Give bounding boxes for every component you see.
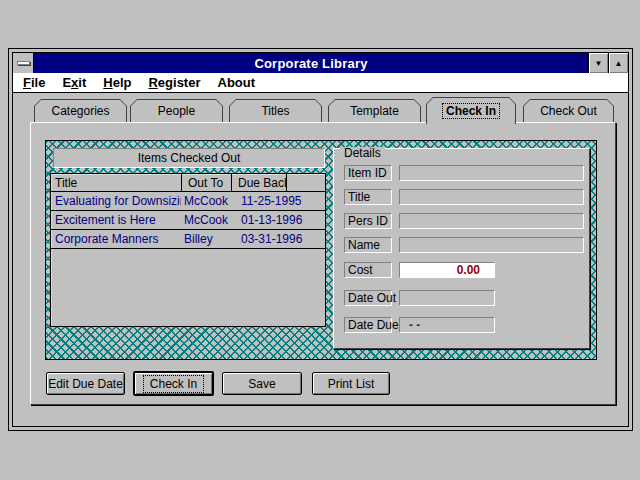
details-legend: Details [340,147,385,159]
tab-people[interactable]: People [130,99,223,122]
column-header-extra [287,174,325,191]
minimize-arrow-icon: ▼ [595,59,603,68]
check-in-button[interactable]: Check In [133,371,214,396]
save-button[interactable]: Save [222,372,302,395]
tab-label: Check Out [540,104,597,118]
menubar: File Exit Help Register About [13,73,628,93]
print-list-button[interactable]: Print List [312,372,390,395]
column-header-due-back: Due Back [232,174,287,191]
menu-item-about[interactable]: About [218,75,256,90]
field-value-date-out[interactable] [399,290,495,306]
button-label: Check In [144,376,203,392]
check-in-work-area: Items Checked Out Title Out To Due Back … [45,140,597,360]
field-pers-id: Pers ID [334,213,589,229]
cell-due-back: 01-13-1996 [241,211,321,229]
cell-out-to: Billey [184,230,239,248]
field-title: Title [334,189,589,205]
menu-item-register[interactable]: Register [148,75,200,90]
field-item-id: Item ID [334,165,589,181]
tab-check-in[interactable]: Check In [426,97,516,124]
tab-label: Categories [51,104,109,118]
button-label: Save [248,377,275,391]
table-row[interactable]: Excitement is Here McCook 01-13-1996 [51,211,325,230]
field-label-date-due: Date Due [344,317,392,333]
menu-item-file[interactable]: File [23,75,45,90]
column-header-out-to: Out To [182,174,232,191]
tab-label: Titles [261,104,289,118]
field-label-pers-id: Pers ID [344,213,392,229]
titlebar: Corporate Library ▼ ▲ [13,53,628,73]
window-title: Corporate Library [34,53,588,73]
tab-titles[interactable]: Titles [229,99,322,122]
menu-item-exit[interactable]: Exit [62,75,86,90]
table-row[interactable]: Evaluating for Downsizing McCook 11-25-1… [51,192,325,211]
cell-due-back: 11-25-1995 [241,192,321,210]
cell-title: Evaluating for Downsizing [55,192,181,210]
table-row[interactable]: Corporate Manners Billey 03-31-1996 [51,230,325,249]
field-label-name: Name [344,237,392,253]
field-label-cost: Cost [344,262,392,278]
menu-item-help[interactable]: Help [103,75,131,90]
field-label-item-id: Item ID [344,165,392,181]
table-header: Title Out To Due Back [51,174,325,192]
edit-due-date-button[interactable]: Edit Due Date [46,372,125,395]
field-value-name[interactable] [399,237,584,253]
tab-label: Check In [443,104,499,118]
field-label-title: Title [344,189,392,205]
maximize-arrow-icon: ▲ [615,59,623,68]
tab-label: People [158,104,195,118]
app-window: Corporate Library ▼ ▲ File Exit Help Reg… [8,48,633,431]
items-checked-out-table: Title Out To Due Back Evaluating for Dow… [50,173,326,327]
cell-title: Excitement is Here [55,211,181,229]
tab-template[interactable]: Template [328,99,421,122]
field-name: Name [334,237,589,253]
cell-due-back: 03-31-1996 [241,230,321,248]
field-value-cost[interactable]: 0.00 [399,262,495,278]
column-header-title: Title [51,174,182,191]
tab-check-out[interactable]: Check Out [523,99,614,122]
cell-out-to: McCook [184,192,239,210]
field-value-item-id[interactable] [399,165,584,181]
field-label-date-out: Date Out [344,290,392,306]
maximize-button[interactable]: ▲ [608,53,628,73]
field-value-date-due[interactable]: - - [399,317,495,333]
field-cost: Cost 0.00 [334,262,589,278]
button-label: Print List [328,377,375,391]
desktop: Corporate Library ▼ ▲ File Exit Help Reg… [0,0,640,480]
field-date-due: Date Due - - [334,317,589,333]
tab-label: Template [350,104,399,118]
button-label: Edit Due Date [48,377,123,391]
system-menu-button[interactable] [13,53,34,73]
details-panel: Details Item ID Title Pers ID Name [333,148,590,349]
list-caption: Items Checked Out [53,148,325,168]
field-value-pers-id[interactable] [399,213,584,229]
window-frame: Corporate Library ▼ ▲ File Exit Help Reg… [12,52,629,427]
field-value-title[interactable] [399,189,584,205]
cell-out-to: McCook [184,211,239,229]
minimize-button[interactable]: ▼ [588,53,608,73]
field-date-out: Date Out [334,290,589,306]
cell-title: Corporate Manners [55,230,181,248]
tab-categories[interactable]: Categories [34,99,127,122]
system-menu-icon [17,61,30,65]
